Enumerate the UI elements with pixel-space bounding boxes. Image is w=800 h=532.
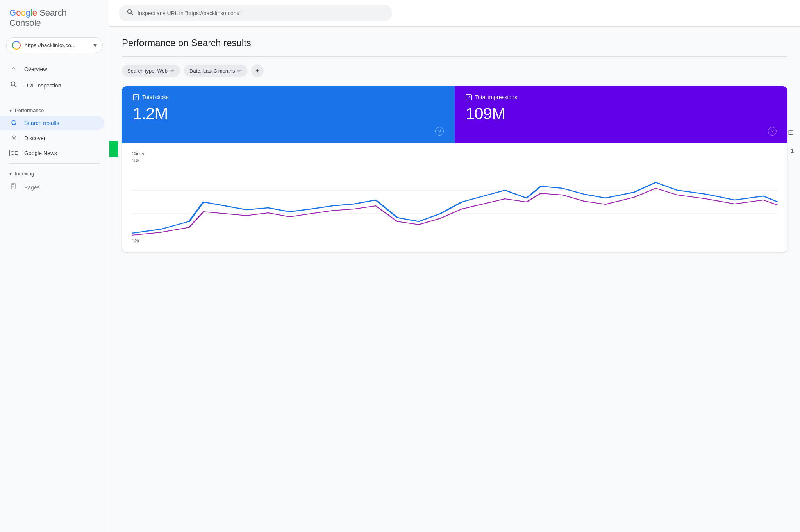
- news-icon: GE: [9, 150, 18, 156]
- logo-text: Google Search Console: [9, 8, 100, 28]
- main-content: Inspect any URL in "https://backlinko.co…: [109, 0, 800, 532]
- chart-svg: [132, 167, 778, 237]
- svg-rect-4: [12, 186, 14, 187]
- logo: Google Search Console: [0, 0, 109, 34]
- total-clicks-label: Total clicks: [142, 94, 169, 100]
- expand-icon[interactable]: ⊡: [788, 128, 794, 137]
- home-icon: ⌂: [9, 65, 18, 73]
- svg-line-1: [15, 86, 17, 87]
- sidebar-item-label: Google News: [24, 150, 57, 156]
- sidebar-item-label: Overview: [24, 66, 47, 72]
- section-label: Indexing: [15, 171, 34, 177]
- sidebar-item-label: Search results: [24, 120, 59, 126]
- content-area: Performance on Search results Search typ…: [109, 27, 800, 263]
- search-type-filter[interactable]: Search type: Web ✏: [122, 65, 180, 77]
- metric-footer: ?: [466, 127, 777, 136]
- total-impressions-value: 109M: [466, 104, 777, 123]
- section-label: Performance: [15, 107, 44, 113]
- edit-icon: ✏: [170, 68, 175, 74]
- title-divider: [122, 56, 788, 57]
- total-impressions-label: Total impressions: [475, 94, 517, 100]
- indexing-section: ▾ Indexing Pages: [0, 167, 109, 196]
- svg-marker-10: [109, 129, 118, 168]
- sidebar-item-pages[interactable]: Pages: [0, 179, 104, 196]
- help-icon[interactable]: ?: [435, 127, 444, 136]
- sidebar-item-label: Discover: [24, 135, 45, 141]
- total-impressions-checkbox[interactable]: ✓: [466, 94, 472, 100]
- sidebar-item-search-results[interactable]: G Search results: [0, 116, 104, 130]
- add-filter-button[interactable]: +: [251, 64, 264, 77]
- performance-section-header[interactable]: ▾ Performance: [0, 104, 109, 116]
- total-impressions-card[interactable]: ✓ Total impressions 109M ?: [455, 86, 788, 143]
- metrics-chart-wrapper: ✓ Total clicks 1.2M ? ✓: [122, 86, 788, 252]
- chart-area: [132, 167, 778, 237]
- property-url: https://backlinko.co...: [25, 42, 89, 48]
- date-filter[interactable]: Date: Last 3 months ✏: [184, 65, 247, 77]
- filters-row: Search type: Web ✏ Date: Last 3 months ✏…: [122, 64, 788, 77]
- google-icon: G: [9, 120, 18, 127]
- total-clicks-checkbox[interactable]: ✓: [133, 94, 139, 100]
- nav-section-main: ⌂ Overview URL inspection: [0, 61, 109, 97]
- metric-footer: ?: [133, 127, 444, 136]
- property-selector[interactable]: https://backlinko.co... ▾: [6, 37, 103, 53]
- pages-icon: [9, 183, 18, 192]
- chevron-icon: ▾: [9, 108, 12, 113]
- search-icon: [127, 9, 134, 18]
- chevron-icon: ▾: [9, 171, 12, 177]
- sidebar: Google Search Console https://backlinko.…: [0, 0, 109, 532]
- url-inspection-bar[interactable]: Inspect any URL in "https://backlinko.co…: [119, 5, 392, 21]
- discover-icon: ✳: [9, 134, 18, 142]
- search-icon: [9, 81, 18, 90]
- nav-divider: [9, 100, 100, 100]
- metrics-row: ✓ Total clicks 1.2M ? ✓: [122, 86, 788, 143]
- page-number: 1: [791, 148, 794, 154]
- chart-container: Clicks 18K: [122, 143, 788, 252]
- sidebar-item-overview[interactable]: ⌂ Overview: [0, 61, 104, 77]
- total-clicks-card[interactable]: ✓ Total clicks 1.2M ?: [122, 86, 455, 143]
- chart-y-label: Clicks: [132, 151, 778, 157]
- chevron-down-icon: ▾: [93, 41, 97, 50]
- sidebar-item-label: Pages: [24, 184, 40, 191]
- svg-rect-3: [12, 184, 14, 185]
- indexing-section-header[interactable]: ▾ Indexing: [0, 167, 109, 179]
- sidebar-item-url-inspection[interactable]: URL inspection: [0, 77, 104, 94]
- metrics-container: ✓ Total clicks 1.2M ? ✓: [122, 86, 788, 252]
- nav-divider-2: [9, 163, 100, 164]
- help-icon[interactable]: ?: [768, 127, 777, 136]
- chart-y-max: 18K: [132, 158, 778, 164]
- top-bar: Inspect any URL in "https://backlinko.co…: [109, 0, 800, 27]
- property-icon: [12, 41, 21, 50]
- metric-header: ✓ Total clicks: [133, 94, 444, 100]
- filter-label: Search type: Web: [127, 68, 168, 74]
- page-title: Performance on Search results: [122, 37, 788, 48]
- edit-icon: ✏: [237, 68, 242, 74]
- sidebar-item-google-news[interactable]: GE Google News: [0, 146, 104, 160]
- metric-header: ✓ Total impressions: [466, 94, 777, 100]
- chart-y-mid: 12K: [132, 239, 140, 244]
- total-clicks-value: 1.2M: [133, 104, 444, 123]
- sidebar-item-discover[interactable]: ✳ Discover: [0, 130, 104, 146]
- sidebar-item-label: URL inspection: [24, 82, 61, 89]
- performance-section: ▾ Performance G Search results ✳ Discove…: [0, 104, 109, 160]
- filter-label: Date: Last 3 months: [189, 68, 235, 74]
- svg-line-6: [131, 13, 133, 15]
- url-inspection-placeholder: Inspect any URL in "https://backlinko.co…: [138, 10, 241, 16]
